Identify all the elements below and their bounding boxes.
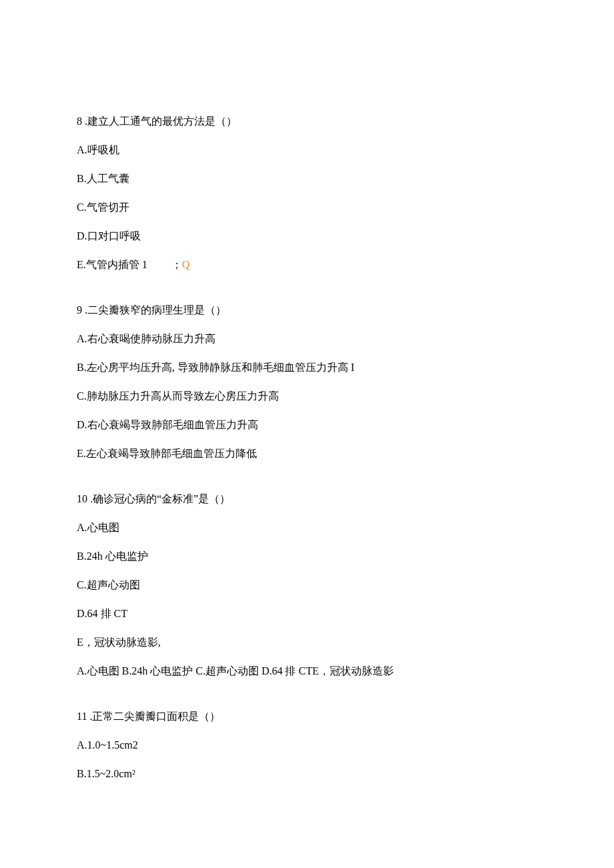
question-stem: 8 .建立人工通气的最优方法是（） — [77, 113, 534, 129]
option-d: D.口对口呼吸 — [77, 228, 534, 244]
option-e: E，冠状动脉造影, — [77, 634, 534, 650]
question-11: 11 .正常二尖瓣瓣口面积是（） A.1.0~1.5cm2 B.1.5~2.0c… — [77, 709, 534, 782]
option-c: C.超声心动图 — [77, 577, 534, 593]
option-c: C.气管切开 — [77, 199, 534, 215]
question-stem: 9 .二尖瓣狭窄的病理生理是（） — [77, 302, 534, 318]
option-d: D.右心衰竭导致肺部毛细血管压力升高 — [77, 417, 534, 433]
option-b: B.1.5~2.0cm² — [77, 766, 534, 782]
option-extra: A.心电图 B.24h 心电监护 C.超声心动图 D.64 排 CTE，冠状动脉… — [77, 663, 534, 679]
option-c: C.肺劫脉压力升高从而导致左心房压力升高 — [77, 388, 534, 404]
document-page: 8 .建立人工通气的最优方法是（） A.呼吸机 B.人工气囊 C.气管切开 D.… — [0, 0, 614, 868]
option-b: B.人工气囊 — [77, 171, 534, 187]
option-e-q: Q — [182, 257, 190, 273]
option-a: A.右心衰喝使肺动脉压力升高 — [77, 331, 534, 347]
option-e-semi: ； — [172, 257, 182, 273]
option-a: A.心电图 — [77, 520, 534, 536]
question-8: 8 .建立人工通气的最优方法是（） A.呼吸机 B.人工气囊 C.气管切开 D.… — [77, 113, 534, 273]
option-e: E.气管内插管 1 ； Q — [77, 257, 534, 273]
question-9: 9 .二尖瓣狭窄的病理生理是（） A.右心衰喝使肺动脉压力升高 B.左心房平均压… — [77, 302, 534, 462]
question-10: 10 .确诊冠心病的“金标准”是（） A.心电图 B.24h 心电监护 C.超声… — [77, 491, 534, 679]
option-a: A.1.0~1.5cm2 — [77, 737, 534, 753]
option-b: B.24h 心电监护 — [77, 548, 534, 564]
option-e: E.左心衰竭导致肺部毛细血管压力降低 — [77, 446, 534, 462]
option-a: A.呼吸机 — [77, 142, 534, 158]
question-stem: 10 .确诊冠心病的“金标准”是（） — [77, 491, 534, 507]
question-stem: 11 .正常二尖瓣瓣口面积是（） — [77, 709, 534, 725]
option-e-prefix: E.气管内插管 1 — [77, 257, 147, 273]
option-d: D.64 排 CT — [77, 606, 534, 622]
option-b: B.左心房平均压升高, 导致肺静脉压和肺毛细血管压力升高 I — [77, 360, 534, 376]
